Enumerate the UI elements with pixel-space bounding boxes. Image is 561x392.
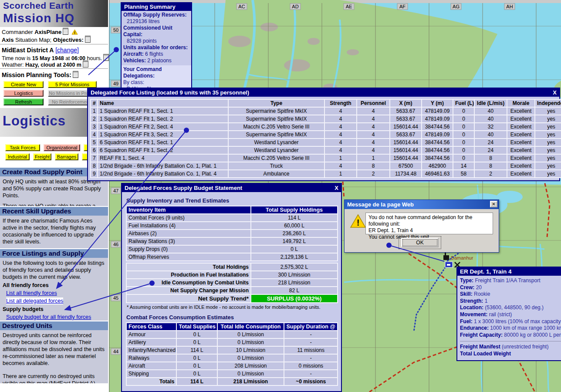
web-message-dialog: Message de la page Web ✕ ! You do not ha… [344,199,499,253]
force-listing-cell: 1 Squadron REAF Flt 2, Sect. 4 [98,123,228,130]
destroyed-p2: There are currently no destroyed units v… [3,373,105,383]
grid-col-label: AE [346,4,352,9]
force-listing-cell: 0 [453,155,474,162]
force-listing-header-cell: Independent [535,100,561,107]
force-listing-cell: 2 [357,170,389,177]
prior-missions-button[interactable]: 5 Prior Missions [48,81,97,88]
refresh-button[interactable]: Refresh [3,98,44,105]
objectives-notes-icon[interactable] [85,36,91,43]
logistics-banner-title: Logistics [3,113,66,129]
force-listing-cell: Macchi C.205 Veltro Serie III [229,123,324,130]
table-row: Production in Fuel Installations300 L/mi… [127,271,337,278]
dialog-titlebar[interactable]: Message de la page Web ✕ [345,200,499,209]
force-listings-heading: Force Listings and Supply Budgets [0,249,108,258]
close-icon[interactable]: X [553,88,557,97]
planning-tools-heading: Mission Planning Tools: [2,71,78,78]
force-listing-cell: 156014.44 [390,123,421,130]
task-forces-button[interactable]: Task Forces [5,144,40,151]
force-listing-header-cell: Fuel (L) [453,100,474,107]
force-listing-cell: 14 [453,162,474,169]
list-friendly-forces-link[interactable]: List all friendly forces [6,290,57,297]
force-listing-cell: 1 Squadron REAF Flt 3, Sect. 2 [98,131,228,138]
divider [460,341,561,341]
table-row: Railway Stations (3)149,792 L [127,238,337,245]
commander-label: Commander [2,29,34,35]
force-listing-cell: 0 [453,139,474,146]
force-listing-cell: 1 Squadron REAF Flt 1, Sect. 1 [98,108,228,115]
train-info-panel: ER Dept. 1, Train 4 Type: Freight Train … [456,267,561,361]
summary-cell: 300 L/mission [251,271,337,278]
consumption-cell: 0 L/mission [218,339,284,346]
force-listing-cell: 4 [325,131,356,138]
consumption-cell: - [284,339,337,346]
force-listing-header-cell: Strength [325,100,356,107]
force-listing-cell: 4 [357,115,389,122]
force-listing-cell: yes [535,131,561,138]
table-row: Infantry/Mechanized114 L10 L/mission11 m… [127,347,337,354]
budget-footnote: * Assuming combat units are in IDLE mode… [127,304,337,310]
force-listing-cell: 7 [91,155,97,162]
logistics-button[interactable]: Logistics [3,90,44,97]
trend-label: Net Supply Trend* [127,295,250,302]
force-listing-cell: 4 [325,123,356,130]
train-field-line: Movement: rail (strict) [460,311,561,318]
table-row: 81/2nd Brigade - 6th Infantry Battalion … [91,162,561,169]
force-listing-cell: 156014.44 [390,147,421,154]
total-loaded-weight-label: Total Loaded Weight [460,351,561,358]
dialog-close-icon[interactable]: ✕ [490,201,497,207]
commander-line: Commander AxisPlane ! [2,28,78,35]
inventory-summary-table: Total Holdings2,575,302 LProduction in F… [126,263,338,303]
field-label: Type: [460,277,473,284]
consumption-header-cell: Supply Duration @ Idle [284,323,337,330]
ok-button[interactable]: OK [401,238,439,247]
freight-button[interactable]: Freight [33,153,51,160]
force-listing-cell: 8 [475,155,507,162]
consumption-cell: 10 L/mission [218,347,284,354]
force-listing-cell: 1 [357,155,389,162]
close-icon[interactable]: X [335,184,338,192]
force-listing-cell: 0 [453,123,474,130]
field-label: Endurance: [460,325,489,331]
train-field-line: Skill: Rookie [460,291,561,298]
objectives-label: Objectives: [53,37,84,43]
list-delegated-forces-link[interactable]: List all delegated forces [6,297,63,304]
industrial-button[interactable]: Industrial [5,153,30,160]
grid-col-label: AH [506,4,513,9]
consumption-cell: 0 L/mission [218,370,284,377]
force-listing-cell: 4 [357,147,389,154]
inventory-cell: Offmap Reserves [127,253,250,260]
weather-notes-icon[interactable] [83,61,88,68]
field-value: rail (strict) [487,311,512,318]
force-listing-cell: 1 Squadron REAF Flt 1, Sect. 2 [98,115,228,122]
force-listing-cell: 5633.67 [390,131,421,138]
change-district-link[interactable]: [change] [55,47,79,54]
force-listing-cell: 0 [453,147,474,154]
force-listing-cell: Excellent [507,131,534,138]
organizational-button[interactable]: Organizational [44,144,80,151]
force-listing-cell: 4 [325,139,356,146]
ok-button-focus-rect: OK [399,236,441,249]
grid-row-label: 49 [113,81,118,86]
planning-tools-notes-icon[interactable] [73,71,78,78]
table-row: 7REAF Flt 1, Sect. 4Macchi C.205 Veltro … [91,155,561,162]
summary-cell: Idle Consumption by Combat Units [127,279,250,286]
time-notes-icon[interactable] [103,54,109,61]
table-row: Railways0 L0 L/mission- [127,355,337,362]
summary-cell: Net Supply Change per Mission [127,287,250,294]
force-listing-cell: 1 [325,170,356,177]
warning-icon[interactable]: ! [71,29,78,35]
table-row: 21 Squadron REAF Flt 1, Sect. 2Supermari… [91,115,561,122]
force-listing-cell: 1/2nd Brigade - 6th Infantry Battalion C… [98,170,228,177]
consumption-cell: 0 missions [284,362,337,369]
barrages-button[interactable]: Barrages [55,153,78,160]
consumption-totals-cell: Totals [127,378,176,385]
force-listing-cell: 4 [325,162,356,169]
force-listing-cell: 4 [357,123,389,130]
commander-notes-icon[interactable] [63,28,68,35]
force-listing-cell: 4 [357,131,389,138]
force-listing-cell: Westland Lysander [229,139,324,146]
damanhur-label: Damanhur [451,255,473,260]
create-new-button[interactable]: Create New [3,81,44,88]
force-listing-cell: 40 [475,108,507,115]
budget-friendly-forces-link[interactable]: Supply budget for all friendly forces [6,314,91,321]
